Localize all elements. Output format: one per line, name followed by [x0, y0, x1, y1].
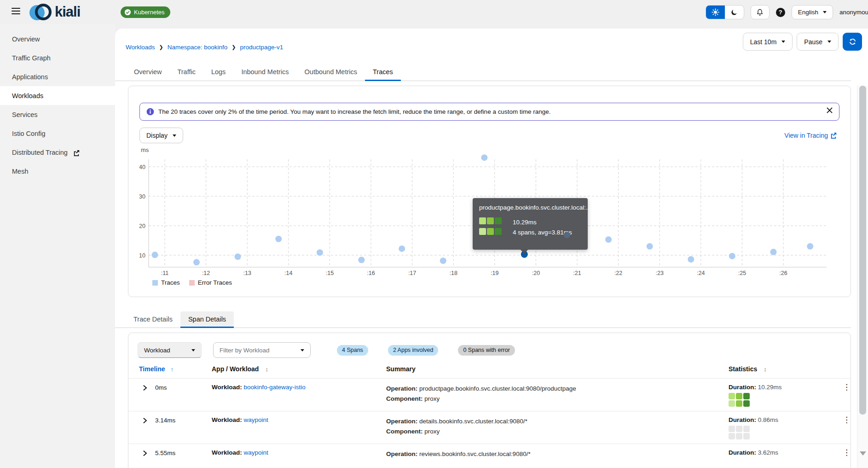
display-dropdown[interactable]: Display	[139, 128, 183, 143]
legend-item-traces[interactable]: Traces	[152, 279, 180, 286]
sort-icon[interactable]: ↕	[265, 366, 268, 373]
help-icon[interactable]: ?	[776, 8, 785, 17]
language-dropdown[interactable]: English	[792, 5, 833, 19]
tooltip-spans: 4 spans, avg=3.81ms	[513, 228, 572, 238]
sidebar-item-overview[interactable]: Overview	[0, 29, 115, 48]
svg-text:30: 30	[139, 193, 145, 200]
col-app-workload[interactable]: App / Workload	[212, 365, 259, 373]
logo-ring	[35, 4, 52, 20]
main-content: Workloads ❯ Namespace: bookinfo ❯ produc…	[115, 29, 868, 468]
alert-close-button[interactable]	[827, 107, 833, 113]
breadcrumb: Workloads ❯ Namespace: bookinfo ❯ produc…	[126, 44, 283, 51]
sidebar-item-distributed-tracing[interactable]: Distributed Tracing	[0, 143, 115, 162]
trace-tooltip: productpage.bookinfo.svc.cluster.local:.…	[473, 198, 588, 250]
scrollbar-track[interactable]	[857, 86, 868, 468]
operation-value: reviews.bookinfo.svc.cluster.local:9080/…	[419, 450, 531, 457]
table-row: 0ms Workload: bookinfo-gateway-istio Ope…	[128, 378, 851, 411]
workload-filter[interactable]	[213, 342, 311, 358]
tab-trace-details[interactable]: Trace Details	[126, 311, 180, 328]
view-in-tracing-link[interactable]: View in Tracing	[784, 132, 837, 139]
chart-legend: Traces Error Traces	[152, 279, 232, 286]
span-start-time: 5.55ms	[155, 450, 175, 456]
scrollbar-down-arrow[interactable]	[860, 451, 866, 456]
breadcrumb-workload-name[interactable]: productpage-v1	[240, 44, 284, 51]
apps-involved-badge: 2 Apps involved	[388, 345, 439, 356]
tooltip-span-squares	[479, 217, 502, 238]
close-icon	[827, 107, 833, 113]
sidebar-item-traffic-graph[interactable]: Traffic Graph	[0, 48, 115, 67]
svg-text::21: :21	[573, 270, 581, 276]
tab-overview[interactable]: Overview	[126, 64, 169, 81]
sort-icon[interactable]: ↕	[764, 366, 767, 373]
sidebar-item-workloads[interactable]: Workloads	[0, 86, 115, 105]
sidebar-item-mesh[interactable]: Mesh	[0, 162, 115, 181]
table-header: Timeline↑ App / Workload↕ Summary Statis…	[128, 365, 851, 378]
chevron-down-icon	[781, 41, 785, 43]
refresh-interval-dropdown[interactable]: Pause	[797, 33, 839, 51]
col-summary: Summary	[386, 365, 416, 373]
svg-text::23: :23	[656, 270, 664, 276]
workload-filter-input[interactable]	[220, 347, 289, 354]
sidebar-item-istio-config[interactable]: Istio Config	[0, 124, 115, 143]
row-kebab-menu[interactable]: ⋮	[843, 383, 851, 392]
sync-icon	[849, 38, 856, 46]
expand-row-chevron[interactable]	[142, 417, 147, 424]
filter-type-select[interactable]: Workload	[138, 342, 202, 358]
breadcrumb-namespace[interactable]: Namespace: bookinfo	[168, 44, 228, 51]
cluster-badge-label: Kubernetes	[134, 9, 165, 16]
sidebar-item-applications[interactable]: Applications	[0, 67, 115, 86]
operation-value: productpage.bookinfo.svc.cluster.local:9…	[419, 385, 576, 392]
theme-toggle	[706, 5, 744, 19]
tab-outbound-metrics[interactable]: Outbound Metrics	[297, 64, 365, 81]
workload-link[interactable]: waypoint	[244, 416, 268, 423]
workload-link[interactable]: waypoint	[244, 449, 268, 456]
expand-row-chevron[interactable]	[142, 450, 147, 456]
notifications-button[interactable]	[751, 5, 770, 19]
workload-link[interactable]: bookinfo-gateway-istio	[244, 384, 306, 391]
legend-swatch-traces	[152, 280, 158, 286]
sort-asc-icon[interactable]: ↑	[171, 366, 174, 373]
workload-tabs: Overview Traffic Logs Inbound Metrics Ou…	[115, 64, 851, 81]
chevron-down-icon	[827, 41, 831, 43]
svg-text::16: :16	[367, 270, 375, 276]
operation-value: details.bookinfo.svc.cluster.local:9080/…	[419, 418, 527, 425]
spans-error-badge: 0 Spans with error	[458, 345, 515, 356]
tab-traffic[interactable]: Traffic	[169, 64, 203, 81]
tooltip-title: productpage.bookinfo.svc.cluster.local:.…	[479, 204, 581, 211]
component-value: proxy	[424, 395, 440, 402]
dark-theme-button[interactable]	[725, 6, 744, 19]
sun-icon	[712, 8, 719, 16]
col-statistics[interactable]: Statistics	[729, 365, 757, 373]
row-kebab-menu[interactable]: ⋮	[843, 415, 851, 424]
scrollbar-thumb[interactable]	[859, 86, 866, 415]
chevron-down-icon	[823, 11, 827, 13]
light-theme-button[interactable]	[706, 6, 725, 19]
legend-swatch-error-traces	[189, 280, 195, 286]
tooltip-caret	[520, 249, 528, 254]
component-value: proxy	[424, 428, 440, 435]
table-row: 5.55ms Workload: waypoint Operation: rev…	[128, 444, 851, 463]
breadcrumb-workloads[interactable]: Workloads	[126, 44, 155, 51]
row-kebab-menu[interactable]: ⋮	[843, 448, 851, 457]
svg-text::11: :11	[161, 270, 168, 276]
tab-inbound-metrics[interactable]: Inbound Metrics	[233, 64, 296, 81]
duration-heat-squares	[729, 393, 750, 407]
info-alert: The 20 traces cover only 2% of the time …	[139, 103, 839, 121]
tab-logs[interactable]: Logs	[203, 64, 233, 81]
tab-span-details[interactable]: Span Details	[180, 311, 234, 328]
sidebar-item-services[interactable]: Services	[0, 105, 115, 124]
table-row: 3.14ms Workload: waypoint Operation: det…	[128, 411, 851, 444]
kiali-logo: kiali	[29, 3, 80, 20]
svg-text:10: 10	[139, 252, 145, 259]
refresh-button[interactable]	[843, 33, 862, 51]
hamburger-menu-icon[interactable]	[12, 8, 20, 15]
svg-text:40: 40	[139, 164, 145, 170]
duration-value: 3.62ms	[758, 449, 778, 456]
expand-row-chevron[interactable]	[142, 385, 147, 391]
legend-item-error-traces[interactable]: Error Traces	[189, 279, 232, 286]
time-range-dropdown[interactable]: Last 10m	[743, 33, 793, 51]
tab-traces[interactable]: Traces	[365, 64, 401, 81]
col-timeline[interactable]: Timeline	[139, 365, 165, 373]
duration-value: 10.29ms	[758, 384, 782, 391]
masthead: kiali Kubernetes ? English anonymous	[0, 0, 868, 24]
